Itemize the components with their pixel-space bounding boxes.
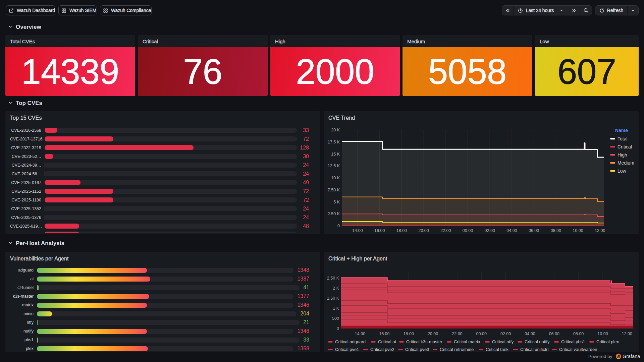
svg-text:10:00: 10:00 [573, 228, 583, 233]
svg-text:10:00: 10:00 [597, 331, 608, 336]
svg-text:04:00: 04:00 [525, 331, 535, 336]
svg-text:16:00: 16:00 [379, 331, 389, 336]
svg-text:2.50 K: 2.50 K [327, 276, 339, 281]
svg-text:00:00: 00:00 [463, 228, 473, 233]
svg-text:22:00: 22:00 [440, 228, 451, 233]
svg-text:Critical: Critical [618, 144, 632, 149]
svg-text:1.50 K: 1.50 K [327, 296, 339, 301]
svg-text:17.5 K: 17.5 K [328, 140, 340, 144]
svg-text:5 K: 5 K [333, 200, 340, 204]
svg-text:14:00: 14:00 [355, 331, 365, 336]
svg-text:20:00: 20:00 [428, 331, 438, 336]
svg-text:18:00: 18:00 [404, 331, 414, 336]
svg-text:High: High [618, 152, 627, 158]
svg-text:Total: Total [618, 136, 628, 141]
svg-text:00:00: 00:00 [476, 331, 487, 336]
svg-text:08:00: 08:00 [551, 228, 561, 233]
svg-text:12:00: 12:00 [622, 331, 632, 336]
svg-text:Low: Low [618, 168, 627, 174]
svg-text:0: 0 [337, 224, 340, 228]
svg-text:7.50 K: 7.50 K [328, 188, 340, 192]
svg-text:Medium: Medium [618, 160, 634, 166]
svg-text:2 K: 2 K [333, 286, 339, 291]
svg-text:20:00: 20:00 [418, 228, 429, 233]
svg-text:02:00: 02:00 [500, 331, 511, 336]
svg-text:14:00: 14:00 [352, 228, 363, 233]
svg-text:0: 0 [337, 326, 339, 331]
svg-text:15 K: 15 K [331, 152, 340, 157]
svg-text:22:00: 22:00 [452, 331, 462, 336]
svg-text:18:00: 18:00 [396, 228, 407, 233]
svg-text:20 K: 20 K [331, 128, 340, 132]
svg-text:12.5 K: 12.5 K [328, 164, 340, 168]
svg-text:500: 500 [332, 316, 339, 321]
svg-text:2.50 K: 2.50 K [328, 212, 340, 216]
svg-text:10 K: 10 K [331, 176, 340, 180]
svg-text:04:00: 04:00 [506, 228, 517, 233]
svg-text:02:00: 02:00 [485, 228, 495, 233]
svg-text:16:00: 16:00 [374, 228, 385, 233]
svg-text:06:00: 06:00 [529, 228, 539, 233]
svg-text:08:00: 08:00 [573, 331, 584, 336]
svg-text:1 K: 1 K [333, 306, 339, 311]
svg-text:12:00: 12:00 [595, 228, 605, 233]
svg-text:Name: Name [615, 128, 628, 133]
svg-text:06:00: 06:00 [549, 331, 559, 336]
